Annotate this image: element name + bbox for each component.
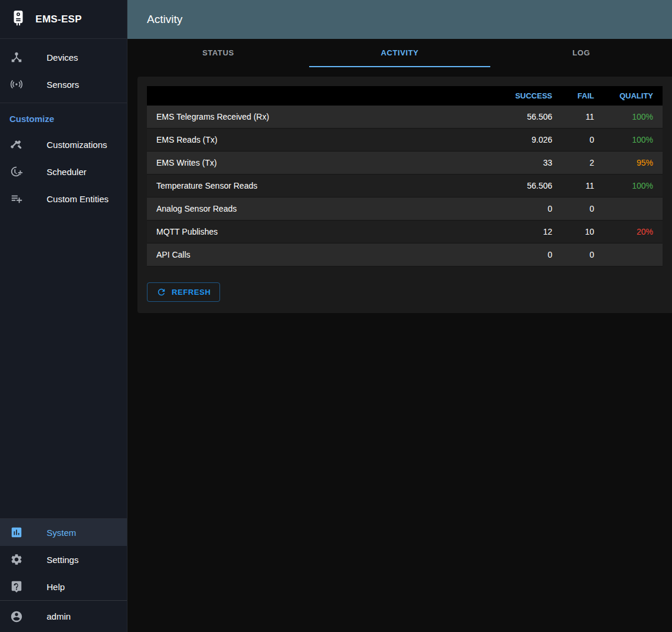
metric-name: EMS Writes (Tx) (156, 158, 499, 167)
tab-log[interactable]: LOG (490, 39, 672, 67)
header-quality: QUALITY (594, 91, 653, 100)
table-row: API Calls 0 0 (147, 243, 663, 266)
header-fail: FAIL (552, 91, 594, 100)
metric-name: MQTT Publishes (156, 227, 499, 236)
metric-success: 33 (499, 158, 552, 167)
metric-fail: 11 (552, 181, 594, 190)
sidebar-item-help[interactable]: Help (0, 573, 127, 600)
table-row: EMS Reads (Tx) 9.026 0 100% (147, 129, 663, 152)
sidebar-item-label: Sensors (47, 80, 79, 90)
activity-table: SUCCESS FAIL QUALITY EMS Telegrams Recei… (147, 86, 663, 266)
metric-fail: 2 (552, 158, 594, 167)
metric-fail: 0 (552, 135, 594, 144)
metric-name: Analog Sensor Reads (156, 204, 499, 213)
metric-quality: 100% (594, 135, 653, 144)
table-row: Analog Sensor Reads 0 0 (147, 198, 663, 220)
appbar: Activity (127, 0, 672, 39)
table-row: MQTT Publishes 12 10 20% (147, 220, 663, 243)
sidebar-item-label: System (47, 528, 76, 538)
sidebar-item-label: Settings (47, 555, 78, 565)
metric-quality: 100% (594, 112, 653, 121)
sidebar-item-label: Help (47, 582, 65, 592)
metric-success: 12 (499, 227, 552, 236)
table-header-row: SUCCESS FAIL QUALITY (147, 86, 663, 106)
metric-quality: 100% (594, 181, 653, 190)
refresh-button[interactable]: REFRESH (147, 282, 220, 302)
sidebar: EMS-ESP Devices Sensors Customize Custom… (0, 0, 127, 632)
construction-icon (9, 137, 24, 152)
refresh-icon (156, 287, 166, 297)
playlist-add-icon (9, 192, 24, 206)
metric-name: EMS Reads (Tx) (156, 135, 499, 144)
sidebar-bottom-nav: System Settings Help admin (0, 518, 127, 632)
main-area: Activity STATUS ACTIVITY LOG SUCCESS FAI… (127, 0, 672, 632)
sidebar-item-label: Scheduler (47, 167, 87, 177)
refresh-button-label: REFRESH (172, 288, 211, 297)
header-success: SUCCESS (499, 91, 552, 100)
sidebar-item-customizations[interactable]: Customizations (0, 131, 127, 158)
metric-quality: 20% (594, 227, 653, 236)
device-hub-icon (9, 50, 24, 64)
metric-success: 0 (499, 250, 552, 259)
table-row: EMS Telegrams Received (Rx) 56.506 11 10… (147, 106, 663, 129)
sidebar-section-customize: Customize (0, 103, 127, 131)
sidebar-header: EMS-ESP (0, 0, 127, 39)
metric-fail: 0 (552, 204, 594, 213)
sidebar-item-system[interactable]: System (0, 519, 127, 546)
metric-success: 56.506 (499, 112, 552, 121)
user-label: admin (47, 611, 71, 621)
table-row: Temperature Sensor Reads 56.506 11 100% (147, 175, 663, 198)
activity-card: SUCCESS FAIL QUALITY EMS Telegrams Recei… (137, 77, 672, 313)
metric-fail: 0 (552, 250, 594, 259)
gear-icon (9, 552, 24, 567)
metric-name: Temperature Sensor Reads (156, 181, 499, 190)
sidebar-item-devices[interactable]: Devices (0, 44, 127, 71)
app-title: EMS-ESP (35, 14, 82, 25)
metric-success: 0 (499, 204, 552, 213)
metric-name: API Calls (156, 250, 499, 259)
table-row: EMS Writes (Tx) 33 2 95% (147, 152, 663, 175)
sidebar-item-scheduler[interactable]: Scheduler (0, 158, 127, 185)
sidebar-item-custom-entities[interactable]: Custom Entities (0, 185, 127, 212)
help-icon (9, 580, 24, 594)
page-title: Activity (147, 13, 182, 26)
metric-success: 9.026 (499, 135, 552, 144)
metric-success: 56.506 (499, 181, 552, 190)
account-circle-icon (9, 610, 24, 624)
sidebar-user[interactable]: admin (0, 600, 127, 632)
sidebar-item-label: Customizations (47, 140, 107, 150)
metric-name: EMS Telegrams Received (Rx) (156, 112, 499, 121)
analytics-icon (9, 525, 24, 539)
sidebar-item-label: Custom Entities (47, 194, 109, 204)
sidebar-item-sensors[interactable]: Sensors (0, 71, 127, 98)
tab-bar: STATUS ACTIVITY LOG (127, 39, 672, 67)
sidebar-item-label: Devices (47, 52, 78, 62)
sidebar-nav: Devices Sensors Customize Customizations… (0, 39, 127, 212)
metric-fail: 11 (552, 112, 594, 121)
metric-fail: 10 (552, 227, 594, 236)
sidebar-item-settings[interactable]: Settings (0, 546, 127, 573)
metric-quality: 95% (594, 158, 653, 167)
clock-plus-icon (9, 164, 24, 179)
app-logo-icon (9, 9, 27, 29)
tab-status[interactable]: STATUS (127, 39, 309, 67)
tab-activity[interactable]: ACTIVITY (309, 39, 491, 67)
sensors-icon (9, 77, 24, 91)
